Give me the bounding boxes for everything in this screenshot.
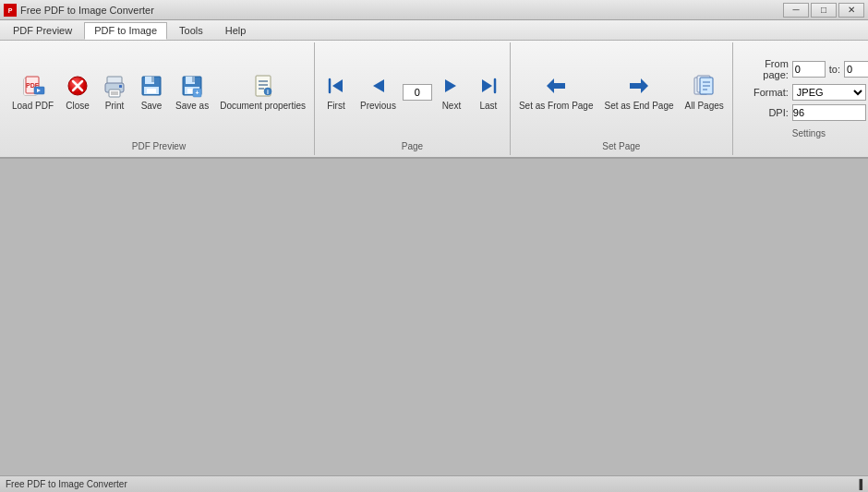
format-label: Format: <box>741 87 789 98</box>
first-label: First <box>327 101 344 111</box>
close-window-button[interactable]: ✕ <box>838 3 864 18</box>
page-number-container <box>403 84 432 101</box>
svg-marker-42 <box>630 78 648 93</box>
save-as-button[interactable]: + Save as <box>171 69 213 114</box>
last-button[interactable]: Last <box>471 69 506 114</box>
dpi-input[interactable] <box>792 104 866 121</box>
tab-pdf-to-image[interactable]: PDF to Image <box>84 22 167 40</box>
set-as-from-page-button[interactable]: Set as From Page <box>514 69 598 114</box>
main-content <box>0 159 868 475</box>
previous-button[interactable]: Previous <box>356 69 401 114</box>
dpi-label: DPI: <box>741 107 789 118</box>
svg-rect-24 <box>192 77 195 82</box>
status-text: Free PDF to Image Converter <box>6 479 127 489</box>
save-label: Save <box>141 101 163 111</box>
print-button[interactable]: Print <box>97 69 132 114</box>
previous-icon <box>365 73 391 99</box>
svg-rect-19 <box>151 77 154 82</box>
load-pdf-button[interactable]: PDF Load PDF <box>7 69 58 114</box>
set-end-page-icon <box>626 73 652 99</box>
print-icon <box>102 73 127 99</box>
toolbar: PDF Load PDF Close <box>0 41 868 159</box>
previous-label: Previous <box>360 101 396 111</box>
window-controls: ─ □ ✕ <box>783 3 864 18</box>
to-label: to: <box>829 64 840 75</box>
set-as-end-page-button[interactable]: Set as End Page <box>600 69 679 114</box>
first-icon <box>323 73 349 99</box>
svg-text:+: + <box>196 90 199 96</box>
status-bar: Free PDF to Image Converter ▐ <box>0 475 868 492</box>
last-icon <box>476 73 501 99</box>
title-bar: P Free PDF to Image Converter ─ □ ✕ <box>0 0 868 20</box>
menu-bar: PDF Preview PDF to Image Tools Help <box>0 20 868 41</box>
set-page-buttons: Set as From Page Set as End Page <box>514 44 729 139</box>
settings-group-label: Settings <box>741 125 868 140</box>
svg-marker-38 <box>445 79 456 92</box>
svg-text:i: i <box>267 89 269 95</box>
format-row: Format: JPEG PNG BMP TIFF GIF <box>741 84 868 101</box>
tab-tools[interactable]: Tools <box>169 22 213 38</box>
from-page-row: From page: to: <box>741 58 868 80</box>
all-pages-label: All Pages <box>685 101 724 111</box>
svg-rect-13 <box>109 90 120 97</box>
set-page-group-label: Set Page <box>514 139 729 153</box>
status-indicator: ▐ <box>856 479 862 489</box>
page-buttons: First Previous <box>319 44 506 139</box>
tab-pdf-preview[interactable]: PDF Preview <box>3 22 82 38</box>
set-as-from-page-label: Set as From Page <box>519 101 594 111</box>
next-button[interactable]: Next <box>434 69 469 114</box>
svg-text:P: P <box>8 7 13 14</box>
document-properties-button[interactable]: i Document properties <box>215 69 310 114</box>
svg-marker-36 <box>332 79 343 92</box>
save-icon <box>139 73 164 99</box>
toolbar-group-pdf-preview: PDF Load PDF Close <box>4 42 315 155</box>
app-icon: P <box>4 4 17 17</box>
all-pages-button[interactable]: All Pages <box>681 69 729 114</box>
svg-marker-37 <box>373 79 384 92</box>
page-number-input[interactable] <box>403 84 432 101</box>
all-pages-icon <box>692 73 717 99</box>
print-label: Print <box>105 101 125 111</box>
svg-rect-21 <box>147 89 156 93</box>
close-button[interactable]: Close <box>60 69 95 114</box>
close-icon <box>65 73 90 99</box>
save-as-icon: + <box>179 73 205 99</box>
last-label: Last <box>479 101 497 111</box>
next-icon <box>439 73 464 99</box>
document-properties-icon: i <box>250 73 276 99</box>
load-pdf-label: Load PDF <box>12 101 54 111</box>
save-as-label: Save as <box>175 101 209 111</box>
from-page-input[interactable] <box>792 61 826 78</box>
pdf-preview-group-label: PDF Preview <box>7 139 310 153</box>
set-from-page-icon <box>543 73 569 99</box>
document-properties-label: Document properties <box>220 101 306 111</box>
to-page-input[interactable] <box>844 61 868 78</box>
title-text: Free PDF to Image Converter <box>20 5 154 16</box>
tab-help[interactable]: Help <box>215 22 257 38</box>
canvas-area <box>0 159 868 475</box>
save-button[interactable]: Save <box>134 69 169 114</box>
first-button[interactable]: First <box>319 69 354 114</box>
from-page-label: From page: <box>741 58 789 80</box>
svg-rect-14 <box>119 85 122 88</box>
page-group-label: Page <box>319 139 506 153</box>
set-as-end-page-label: Set as End Page <box>605 101 674 111</box>
maximize-button[interactable]: □ <box>811 3 837 18</box>
dpi-row: DPI: <box>741 104 868 121</box>
svg-marker-40 <box>482 79 492 92</box>
close-label: Close <box>66 101 90 111</box>
pdf-preview-buttons: PDF Load PDF Close <box>7 44 310 139</box>
next-label: Next <box>442 101 462 111</box>
load-pdf-icon: PDF <box>20 73 46 99</box>
toolbar-group-page: First Previous <box>315 42 511 155</box>
toolbar-group-set-page: Set as From Page Set as End Page <box>511 42 733 155</box>
format-select[interactable]: JPEG PNG BMP TIFF GIF <box>792 84 866 101</box>
minimize-button[interactable]: ─ <box>783 3 809 18</box>
svg-marker-41 <box>547 78 565 93</box>
title-bar-left: P Free PDF to Image Converter <box>4 4 154 17</box>
toolbar-group-settings: From page: to: Format: JPEG PNG BMP TIFF… <box>733 42 868 155</box>
